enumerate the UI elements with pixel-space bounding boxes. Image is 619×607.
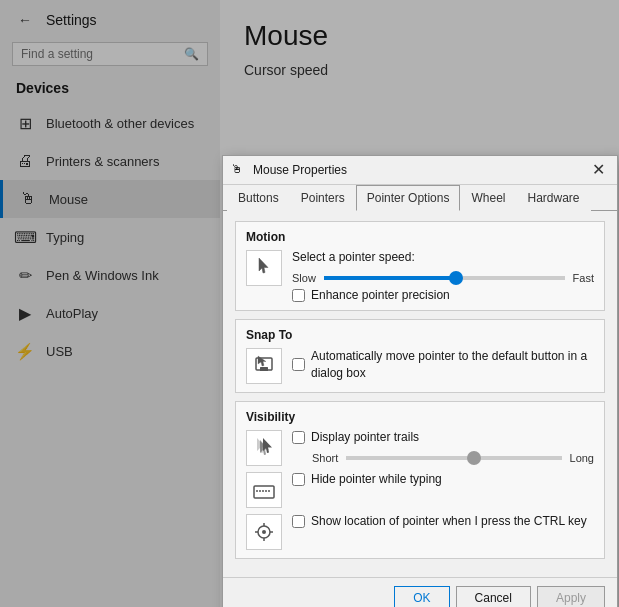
tab-pointer-options[interactable]: Pointer Options: [356, 185, 461, 211]
tab-wheel[interactable]: Wheel: [460, 185, 516, 211]
show-location-checkbox[interactable]: [292, 515, 305, 528]
dialog-close-button[interactable]: ✕: [588, 162, 609, 178]
apply-button[interactable]: Apply: [537, 586, 605, 607]
motion-controls: Select a pointer speed: Slow Fast Enhanc…: [292, 250, 594, 302]
visibility-legend: Visibility: [246, 410, 594, 424]
svg-point-9: [262, 530, 266, 534]
speed-label: Select a pointer speed:: [292, 250, 594, 264]
snap-to-icon: [246, 348, 282, 384]
hide-typing-controls: Hide pointer while typing: [292, 472, 594, 486]
svg-rect-1: [260, 367, 268, 371]
enhance-precision-checkbox[interactable]: [292, 289, 305, 302]
show-location-label: Show location of pointer when I press th…: [311, 514, 587, 528]
show-location-checkbox-row: Show location of pointer when I press th…: [292, 514, 594, 528]
speed-slider[interactable]: [324, 276, 565, 280]
dialog-title: Mouse Properties: [253, 163, 582, 177]
trails-row: Display pointer trails Short Long: [246, 430, 594, 466]
dialog-footer: OK Cancel Apply: [223, 577, 617, 607]
slow-label: Slow: [292, 272, 316, 284]
snap-to-checkbox-row: Automatically move pointer to the defaul…: [292, 348, 594, 382]
show-location-row: Show location of pointer when I press th…: [246, 514, 594, 550]
motion-row: Select a pointer speed: Slow Fast Enhanc…: [246, 250, 594, 302]
dialog-tabs: Buttons Pointers Pointer Options Wheel H…: [223, 185, 617, 211]
hide-typing-checkbox-row: Hide pointer while typing: [292, 472, 594, 486]
trails-controls: Display pointer trails Short Long: [292, 430, 594, 464]
trails-icon: [246, 430, 282, 466]
fast-label: Fast: [573, 272, 594, 284]
motion-icon: [246, 250, 282, 286]
show-location-icon: [246, 514, 282, 550]
snap-to-controls: Automatically move pointer to the defaul…: [292, 348, 594, 382]
mouse-properties-dialog: 🖱 Mouse Properties ✕ Buttons Pointers Po…: [222, 155, 618, 607]
trails-checkbox[interactable]: [292, 431, 305, 444]
ok-button[interactable]: OK: [394, 586, 449, 607]
long-label: Long: [570, 452, 594, 464]
tab-hardware[interactable]: Hardware: [516, 185, 590, 211]
trail-length-slider[interactable]: [346, 456, 561, 460]
snap-to-label: Automatically move pointer to the defaul…: [311, 348, 594, 382]
snap-to-row: Automatically move pointer to the defaul…: [246, 348, 594, 384]
cancel-button[interactable]: Cancel: [456, 586, 531, 607]
dialog-body: Motion Select a pointer speed: Slow Fast: [223, 211, 617, 577]
snap-to-checkbox[interactable]: [292, 358, 305, 371]
motion-legend: Motion: [246, 230, 594, 244]
hide-typing-checkbox[interactable]: [292, 473, 305, 486]
trails-checkbox-row: Display pointer trails: [292, 430, 594, 444]
trail-slider-row: Short Long: [312, 452, 594, 464]
short-label: Short: [312, 452, 338, 464]
dialog-icon: 🖱: [231, 162, 247, 178]
hide-typing-label: Hide pointer while typing: [311, 472, 442, 486]
visibility-section: Visibility Display pointer trails: [235, 401, 605, 559]
speed-slider-row: Slow Fast: [292, 272, 594, 284]
snap-to-legend: Snap To: [246, 328, 594, 342]
dialog-titlebar: 🖱 Mouse Properties ✕: [223, 156, 617, 185]
motion-section: Motion Select a pointer speed: Slow Fast: [235, 221, 605, 311]
hide-typing-icon: [246, 472, 282, 508]
show-location-controls: Show location of pointer when I press th…: [292, 514, 594, 528]
tab-pointers[interactable]: Pointers: [290, 185, 356, 211]
hide-typing-row: Hide pointer while typing: [246, 472, 594, 508]
enhance-precision-label: Enhance pointer precision: [311, 288, 450, 302]
tab-buttons[interactable]: Buttons: [227, 185, 290, 211]
enhance-precision-row: Enhance pointer precision: [292, 288, 594, 302]
snap-to-section: Snap To Automatically move pointer to th…: [235, 319, 605, 393]
trails-label: Display pointer trails: [311, 430, 419, 444]
